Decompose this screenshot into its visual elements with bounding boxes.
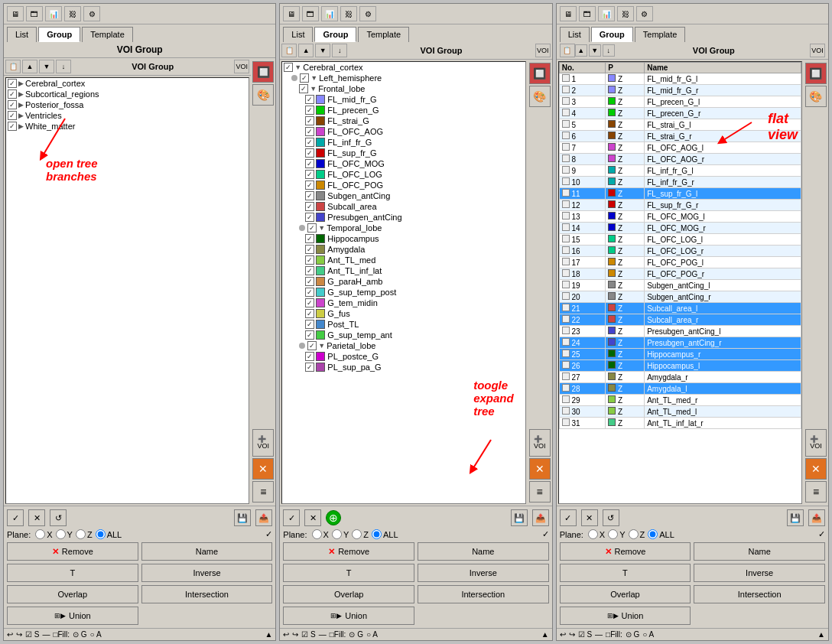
tree2-t1[interactable]: Hippocampus (304, 233, 525, 244)
cb2-t9[interactable] (305, 320, 314, 329)
tab-group-3[interactable]: Group (591, 27, 633, 42)
row-checkbox[interactable] (562, 86, 570, 93)
footer-redo-3[interactable]: ↪ (569, 630, 575, 639)
tree2-t9[interactable]: Post_TL (304, 319, 525, 330)
tab-template-3[interactable]: Template (635, 27, 686, 42)
radio-y-2[interactable]: Y (332, 529, 349, 539)
union-btn-1[interactable]: ⊞▶ Union (7, 607, 138, 625)
tree2-parietal[interactable]: ▼ Parietal_lobe (297, 340, 525, 351)
intersection-btn-3[interactable]: Intersection (694, 585, 825, 603)
check-btn-2[interactable]: ✓ (283, 509, 300, 526)
subtool-icon-2[interactable]: ▲ (22, 60, 37, 73)
tree-item-cerebral[interactable]: ▶ Cerebral_cortex (6, 78, 249, 89)
table-row[interactable]: 9 ZFL_inf_fr_G_l (559, 165, 801, 177)
side-btn-palette[interactable]: 🎨 (252, 84, 274, 106)
row-checkbox[interactable] (562, 189, 570, 197)
monitor-icon[interactable]: 🖥 (7, 6, 24, 21)
export-btn-1[interactable]: 📤 (255, 509, 272, 526)
table-row[interactable]: 25 ZHippocampus_r (559, 349, 801, 360)
tree-item-posterior[interactable]: ▶ Posterior_fossa (6, 99, 249, 110)
export-btn-3[interactable]: 📤 (808, 509, 825, 526)
side-btn3-remove[interactable]: ✕ (805, 458, 827, 480)
tree2-left-hemi[interactable]: ▼ Left_hemisphere (290, 73, 525, 83)
table-row[interactable]: 1 ZFL_mid_fr_G_l (559, 73, 801, 85)
table-row[interactable]: 13 ZFL_OFC_MOG_l (559, 211, 801, 223)
check-btn-3[interactable]: ✓ (560, 509, 577, 526)
side-btn2-palette[interactable]: 🎨 (529, 86, 551, 107)
tree2-t7[interactable]: G_tem_midin (304, 298, 525, 308)
union-btn-3[interactable]: ⊞▶ Union (560, 607, 691, 625)
cb2-fl6[interactable] (305, 148, 314, 158)
inverse-btn-3[interactable]: Inverse (694, 564, 825, 582)
table-row[interactable]: 24 ZPresubgen_antCing_r (559, 337, 801, 349)
chart-icon[interactable]: 📊 (45, 6, 62, 21)
tree2-fl6[interactable]: FL_sup_fr_G (304, 148, 525, 158)
row-checkbox[interactable] (562, 384, 570, 392)
tab-list-1[interactable]: List (7, 27, 37, 42)
table-row[interactable]: 11 ZFL_sup_fr_G_l (559, 188, 801, 200)
side-btn2-add-voi[interactable]: ➕VOI (529, 429, 551, 457)
cb2-temporal[interactable] (307, 223, 317, 233)
remove-btn-3[interactable]: ✕ Remove (560, 542, 691, 561)
row-checkbox[interactable] (562, 74, 570, 82)
cb2-fl10[interactable] (305, 191, 314, 200)
tree2-fl7[interactable]: FL_OFC_MOG (304, 158, 525, 169)
voi-icon-1[interactable]: VOI (234, 60, 249, 73)
cb2-fl5[interactable] (305, 138, 314, 147)
radio-z-2[interactable]: Z (352, 529, 369, 539)
radio-x-3[interactable]: X (588, 529, 605, 539)
side-btn3-bars[interactable]: ≡ (805, 481, 827, 503)
check-btn-1[interactable]: ✓ (7, 509, 24, 526)
footer-up-1[interactable]: ▲ (265, 630, 272, 639)
row-checkbox[interactable] (562, 212, 570, 220)
row-checkbox[interactable] (562, 327, 570, 334)
cb2-p1[interactable] (305, 352, 314, 361)
table-row[interactable]: 7 ZFL_OFC_AOG_l (559, 142, 801, 154)
cb2-fl12[interactable] (305, 213, 314, 222)
tree2-fl2[interactable]: FL_precen_G (304, 105, 525, 115)
table-row[interactable]: 20 ZSubgen_antCing_r (559, 291, 801, 303)
row-checkbox[interactable] (562, 350, 570, 357)
overlap-btn-2[interactable]: Overlap (283, 585, 414, 603)
tab-template-2[interactable]: Template (358, 27, 409, 42)
tree2-fl11[interactable]: Subcall_area (304, 201, 525, 212)
export-btn-2[interactable]: 📤 (532, 509, 549, 526)
link-icon[interactable]: ⛓ (64, 6, 81, 21)
table-row[interactable]: 3 ZFL_precen_G_l (559, 96, 801, 108)
table-row[interactable]: 14 ZFL_OFC_MOG_r (559, 223, 801, 234)
radio-all-1[interactable]: ALL (96, 529, 122, 539)
cb2-fl9[interactable] (305, 181, 314, 190)
monitor-icon-2[interactable]: 🖥 (283, 6, 300, 21)
voi-icon-3[interactable]: VOI (810, 44, 825, 57)
table-row[interactable]: 23 ZPresubgen_antCing_l (559, 326, 801, 337)
row-checkbox[interactable] (562, 315, 570, 323)
checkbox-cerebral[interactable] (8, 79, 17, 88)
name-btn-3[interactable]: Name (694, 542, 825, 561)
tab-list-2[interactable]: List (283, 27, 313, 42)
row-checkbox[interactable] (562, 166, 570, 174)
radio-x-1[interactable]: X (35, 529, 52, 539)
footer-undo-3[interactable]: ↩ (560, 630, 566, 639)
row-checkbox[interactable] (562, 235, 570, 242)
remove-btn-2[interactable]: ✕ Remove (283, 542, 414, 561)
tree2-t8[interactable]: G_fus (304, 308, 525, 319)
save-btn-2[interactable]: 💾 (511, 509, 528, 526)
sort-icon-down[interactable]: ▼ (589, 44, 601, 57)
tree2-fl5[interactable]: FL_inf_fr_G (304, 137, 525, 148)
subtool-icon-4[interactable]: ↓ (56, 60, 71, 73)
save-btn-1[interactable]: 💾 (234, 509, 251, 526)
row-checkbox[interactable] (562, 246, 570, 254)
radio-z-1[interactable]: Z (76, 529, 93, 539)
chart-icon-2[interactable]: 📊 (321, 6, 338, 21)
inverse-btn-2[interactable]: Inverse (418, 564, 549, 582)
cb2-frontal[interactable] (299, 84, 308, 93)
table-row[interactable]: 19 ZSubgen_antCing_l (559, 280, 801, 291)
tree2-temporal[interactable]: ▼ Temporal_lobe (297, 223, 525, 233)
subtool-2-2[interactable]: ▲ (298, 44, 314, 57)
cb2-t8[interactable] (305, 309, 314, 318)
screen-icon-3[interactable]: 🗔 (579, 6, 596, 21)
cancel-btn-2[interactable]: ✕ (304, 509, 321, 526)
tree2-fl4[interactable]: FL_OFC_AOG (304, 126, 525, 137)
radio-x-2[interactable]: X (312, 529, 329, 539)
side-btn-remove[interactable]: ✕ (252, 458, 274, 480)
